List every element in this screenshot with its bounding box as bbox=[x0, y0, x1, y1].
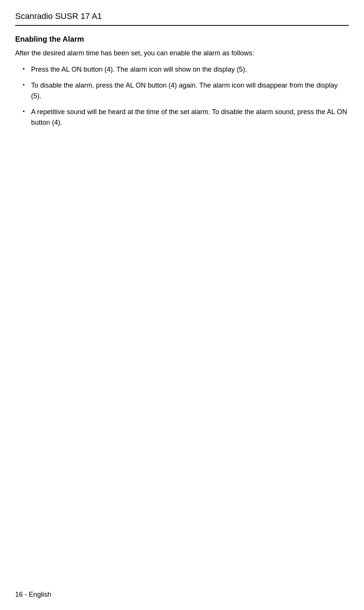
list-item: To disable the alarm, press the AL ON bu… bbox=[23, 80, 349, 102]
list-item-text: A repetitive sound will be heard at the … bbox=[31, 108, 347, 126]
document-title: Scanradio SUSR 17 A1 bbox=[15, 11, 349, 26]
page-footer: 16 - English bbox=[15, 591, 51, 599]
page-container: Scanradio SUSR 17 A1 Enabling the Alarm … bbox=[0, 0, 364, 156]
list-item-text: Press the AL ON button (4). The alarm ic… bbox=[31, 66, 247, 73]
section-heading: Enabling the Alarm bbox=[15, 35, 349, 44]
bullet-list: Press the AL ON button (4). The alarm ic… bbox=[23, 64, 349, 128]
intro-text: After the desired alarm time has been se… bbox=[15, 48, 349, 58]
list-item-text: To disable the alarm, press the AL ON bu… bbox=[31, 82, 337, 100]
list-item: A repetitive sound will be heard at the … bbox=[23, 107, 349, 128]
list-item: Press the AL ON button (4). The alarm ic… bbox=[23, 64, 349, 75]
